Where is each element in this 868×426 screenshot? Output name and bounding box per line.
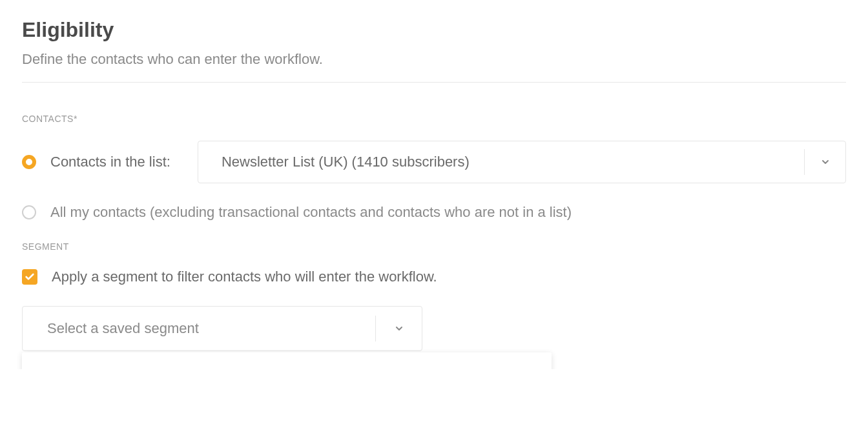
radio-contacts-in-list-label: Contacts in the list: [50,154,170,170]
chevron-down-icon [394,323,404,334]
segment-checkbox-row: Apply a segment to filter contacts who w… [22,269,846,285]
segment-option-create[interactable]: Create a new segment [22,365,552,369]
list-dropdown-arrow[interactable] [804,149,845,175]
page-subtitle: Define the contacts who can enter the wo… [22,51,846,83]
checkmark-icon [25,272,35,282]
list-dropdown-value: Newsletter List (UK) (1410 subscribers) [198,154,804,170]
radio-all-contacts[interactable] [22,205,36,219]
chevron-down-icon [820,157,831,167]
segment-dropdown-menu: Create a new segment Age [22,352,552,369]
contacts-section-label: CONTACTS* [22,114,846,124]
segment-dropdown[interactable]: Select a saved segment [22,306,422,351]
radio-contacts-in-list[interactable] [22,155,36,169]
segment-section-label: SEGMENT [22,241,846,252]
apply-segment-label: Apply a segment to filter contacts who w… [52,269,437,285]
list-dropdown[interactable]: Newsletter List (UK) (1410 subscribers) [198,141,846,183]
segment-dropdown-placeholder: Select a saved segment [23,320,375,337]
radio-all-contacts-label: All my contacts (excluding transactional… [50,204,572,221]
contacts-in-list-row: Contacts in the list: Newsletter List (U… [22,141,846,183]
apply-segment-checkbox[interactable] [22,269,37,285]
all-contacts-row: All my contacts (excluding transactional… [22,204,846,221]
segment-dropdown-arrow[interactable] [375,316,422,341]
page-title: Eligibility [22,18,846,42]
